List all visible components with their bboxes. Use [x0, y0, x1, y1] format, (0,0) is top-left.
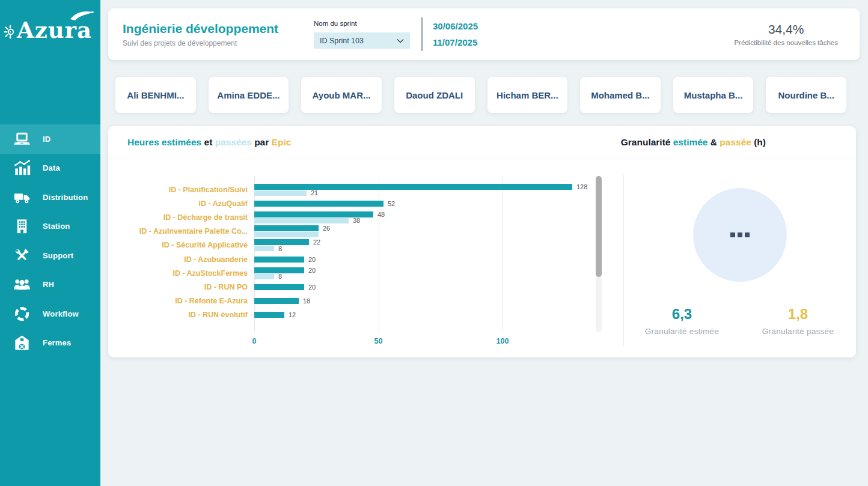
granularity-passee-label: Granularité passée [740, 327, 856, 336]
bar-estimee-value: 26 [323, 225, 330, 232]
granularity-passee-kpi: 1,8 Granularité passée [740, 306, 856, 336]
bar-estimee[interactable] [254, 225, 319, 231]
header-card: Ingénierie développement Suivi des proje… [108, 8, 860, 60]
chevron-down-icon [397, 38, 404, 43]
sidebar-item-label: Data [43, 163, 60, 172]
epic-label: ID - Décharge de transit [127, 213, 254, 222]
bar-estimee[interactable] [254, 239, 309, 245]
bar-estimee-value: 20 [308, 267, 316, 274]
chart-scrollbar-thumb[interactable] [596, 176, 602, 277]
sidebar-item-label: Support [43, 251, 73, 260]
team-member-card[interactable]: Mustapha B... [673, 77, 754, 113]
bar-estimee[interactable] [254, 201, 384, 207]
sidebar-item-fermes[interactable]: Fermes [0, 329, 100, 358]
sidebar-item-rh[interactable]: RH [0, 270, 100, 300]
bar-passee[interactable] [254, 232, 319, 237]
sprint-dates: 30/06/2025 11/07/2025 [433, 21, 478, 47]
chart-row: ID - AzuInventaire Palette Co...26 [127, 225, 623, 238]
chart-row: ID - RUN PO20 [127, 280, 623, 294]
chart-row: ID - Décharge de transit4838 [127, 210, 623, 224]
sidebar-item-id[interactable]: ID [0, 124, 100, 154]
tools-icon [13, 246, 31, 265]
sprint-dropdown[interactable]: ID Sprint 103 [314, 32, 410, 49]
granularity-estimee-value: 6,3 [624, 306, 740, 323]
sidebar-item-label: Fermes [43, 338, 71, 347]
truck-icon [13, 188, 31, 207]
sidebar: Azura IDDataDistributionStationSupportRH… [0, 0, 100, 486]
bar-estimee[interactable] [254, 184, 572, 190]
granularity-estimee-label: Granularité estimée [624, 327, 740, 336]
team-member-card[interactable]: Hicham BER... [487, 77, 568, 113]
bar-passee[interactable] [254, 246, 274, 251]
bar-estimee[interactable] [254, 284, 304, 290]
sidebar-item-support[interactable]: Support [0, 241, 100, 270]
chart-row: ID - RUN évolutif12 [127, 308, 623, 322]
bar-passee-value: 38 [353, 217, 360, 224]
main-visuals-card: Heures estimées et passées par Epic Gran… [108, 126, 856, 357]
team-member-card[interactable]: Ayoub MAR... [301, 77, 382, 113]
sidebar-item-data[interactable]: Data [0, 154, 100, 183]
sidebar-item-station[interactable]: Station [0, 212, 100, 241]
sidebar-item-label: Distribution [43, 193, 88, 202]
team-member-card[interactable]: Nourdine B... [766, 77, 846, 113]
chart-row: ID - AzuQualif52 [127, 196, 623, 210]
team-member-card[interactable]: Mohamed B... [580, 77, 661, 113]
epic-label: ID - Sécurité Applicative [127, 241, 254, 249]
x-axis-tick: 0 [252, 337, 257, 345]
chart-scrollbar[interactable] [596, 176, 602, 332]
bar-passee[interactable] [254, 218, 349, 223]
sprint-filter-label: Nom du sprint [314, 20, 415, 27]
team-member-card[interactable]: Daoud ZDALI [394, 77, 475, 113]
people-icon [13, 275, 31, 294]
bar-chart-icon [13, 159, 31, 177]
cycle-arrows-icon [13, 305, 31, 323]
bar-estimee-value: 128 [576, 183, 587, 190]
granularity-panel: 6,3 Granularité estimée 1,8 Granularité … [624, 159, 856, 357]
bar-estimee[interactable] [254, 312, 284, 318]
bar-estimee[interactable] [254, 298, 299, 304]
chart-x-axis: 050100 [254, 337, 503, 348]
bar-estimee-value: 12 [289, 311, 296, 318]
sun-rays-icon [1, 23, 19, 41]
logo-swoosh-icon [69, 10, 96, 23]
sidebar-item-workflow[interactable]: Workflow [0, 299, 100, 329]
sidebar-item-label: Station [43, 222, 70, 231]
page-title: Ingénierie développement [123, 22, 314, 36]
epic-label: ID - AzuQualif [127, 199, 254, 208]
bar-estimee[interactable] [254, 211, 373, 217]
chart-rows: ID - Planification/Suivi12821ID - AzuQua… [108, 159, 623, 322]
team-member-card[interactable]: Ali BENHMI... [115, 77, 196, 113]
epic-label: ID - Azubuanderie [127, 255, 254, 264]
bar-estimee-value: 52 [388, 200, 395, 207]
bar-passee-value: 21 [311, 189, 318, 196]
bar-passee[interactable] [254, 190, 307, 196]
epic-hours-bar-chart: ID - Planification/Suivi12821ID - AzuQua… [108, 159, 623, 357]
bar-estimee-value: 20 [308, 284, 316, 291]
sidebar-item-label: RH [43, 280, 54, 289]
predictability-kpi: 34,4% Prédictibilité des nouvelles tâche… [734, 22, 838, 46]
bar-estimee-value: 18 [303, 297, 310, 305]
chart-row: ID - Refonte E-Azura18 [127, 294, 623, 308]
granularity-more-bubble[interactable] [693, 188, 787, 282]
granularity-estimee-kpi: 6,3 Granularité estimée [624, 306, 740, 336]
barn-icon [13, 333, 31, 352]
hours-chart-title: Heures estimées et passées par Epic [127, 137, 291, 148]
epic-label: ID - RUN PO [127, 283, 254, 291]
epic-label: ID - Planification/Suivi [127, 186, 254, 194]
bar-estimee-value: 22 [313, 238, 320, 246]
sidebar-item-distribution[interactable]: Distribution [0, 183, 100, 212]
predictability-label: Prédictibilité des nouvelles tâches [734, 39, 838, 46]
laptop-icon [13, 130, 31, 148]
chart-row: ID - Sécurité Applicative228 [127, 238, 623, 252]
predictability-value: 34,4% [734, 22, 838, 37]
header-divider [421, 17, 423, 51]
bar-passee[interactable] [254, 274, 274, 279]
bar-passee-value: 8 [278, 245, 282, 252]
sprint-filter: Nom du sprint ID Sprint 103 [314, 20, 415, 49]
page-subtitle: Suivi des projets de développement [123, 39, 314, 47]
bar-passee-value: 8 [278, 273, 282, 280]
bar-estimee[interactable] [254, 267, 304, 273]
epic-label: ID - Refonte E-Azura [127, 297, 254, 305]
team-member-card[interactable]: Amina EDDE... [209, 77, 289, 113]
bar-estimee[interactable] [254, 257, 304, 263]
